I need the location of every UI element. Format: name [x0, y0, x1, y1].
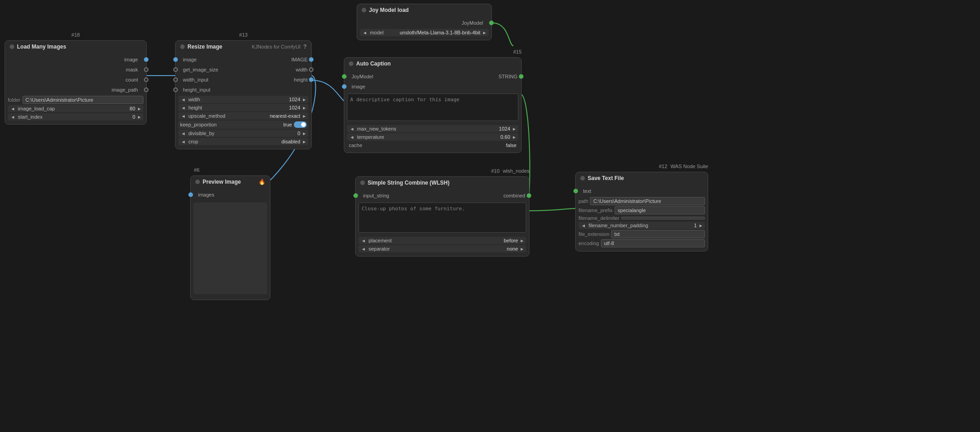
placement-label: placement: [369, 238, 502, 243]
cache-label: cache: [349, 142, 504, 148]
num-padding-ctrl[interactable]: ◄ filename_number_padding 1 ►: [578, 222, 705, 229]
num-padding-left[interactable]: ◄: [580, 223, 587, 228]
mask-out-label: mask: [9, 67, 138, 72]
max-tokens-value: 1024: [499, 126, 510, 131]
auto-string-label: STRING: [435, 74, 518, 79]
placement-ctrl[interactable]: ◄ placement before ►: [358, 237, 526, 244]
temp-value: 0.60: [501, 134, 510, 140]
ssc-textarea[interactable]: Close-up photos of some furniture.: [358, 202, 526, 233]
keep-proportion-label: keep_proportion: [180, 122, 281, 127]
height-ctrl[interactable]: ◄ height 1024 ►: [178, 104, 308, 111]
resize-dot: [180, 44, 185, 49]
preview-title: Preview Image: [203, 179, 256, 185]
stf-encoding-value[interactable]: utf-8: [601, 239, 705, 247]
resize-help[interactable]: ?: [303, 44, 307, 50]
stf-delimiter-row: filename_delimiter: [578, 215, 705, 221]
max-tokens-ctrl[interactable]: ◄ max_new_tokens 1024 ►: [347, 125, 518, 132]
width-left[interactable]: ◄: [180, 97, 187, 102]
auto-caption-header: Auto Caption: [344, 58, 521, 70]
temperature-ctrl[interactable]: ◄ temperature 0.60 ►: [347, 133, 518, 141]
temp-label: temperature: [357, 134, 499, 140]
separator-right[interactable]: ►: [520, 246, 524, 252]
crop-ctrl[interactable]: ◄ crop disabled ►: [178, 138, 308, 145]
ssc-combined-port: [527, 193, 531, 198]
image-load-cap-left[interactable]: ◄: [10, 106, 16, 111]
upscale-method-ctrl[interactable]: ◄ upscale_method nearest-exact ►: [178, 112, 308, 120]
count-output-row: count: [5, 75, 146, 85]
temp-left[interactable]: ◄: [349, 135, 355, 140]
ssc-badge: #10 wlsh_nodes: [491, 168, 529, 174]
resize-width-in-row: width_input height: [176, 75, 311, 85]
div-value: 0: [297, 131, 300, 136]
model-label: model: [370, 30, 398, 35]
auto-image-port: [342, 84, 347, 89]
folder-value[interactable]: C:\Users\Administrator\Picture: [22, 96, 143, 104]
div-label: divisible_by: [188, 131, 296, 136]
max-tokens-left[interactable]: ◄: [349, 126, 355, 131]
cache-value: false: [506, 142, 517, 148]
stf-path-value[interactable]: C:\Users\Administrator\Picture: [590, 197, 705, 205]
resize-image-node: Resize Image KJNodes for ComfyUI ? image…: [175, 40, 312, 149]
preview-badge: #6: [194, 167, 199, 173]
resize-get-size-row: get_image_size width: [176, 65, 311, 75]
load-many-images-node: Load Many Images image mask count image_…: [5, 40, 147, 125]
stf-prefix-value[interactable]: specialangle: [615, 206, 705, 214]
num-padding-right[interactable]: ►: [699, 223, 703, 228]
resize-height-in-label: height_input: [183, 87, 308, 93]
mask-out-port: [144, 67, 149, 72]
upscale-right[interactable]: ►: [302, 114, 307, 119]
start-index-ctrl[interactable]: ◄ start_index 0 ►: [8, 113, 143, 120]
stf-prefix-label: filename_prefix: [578, 208, 613, 213]
resize-title: Resize Image: [187, 44, 249, 50]
joy-model-load-title: Joy Model load: [369, 7, 487, 13]
joy-model-load-dot: [362, 8, 366, 12]
cache-row: cache false: [347, 142, 518, 149]
temp-right[interactable]: ►: [512, 135, 517, 140]
resize-width-in-label: width_input: [183, 77, 244, 82]
image-load-cap-right[interactable]: ►: [137, 106, 142, 111]
ssc-dot: [360, 180, 365, 185]
crop-left[interactable]: ◄: [180, 139, 187, 144]
start-index-left[interactable]: ◄: [10, 115, 16, 120]
image-out-port: [144, 57, 149, 62]
resize-height-in-port: [173, 87, 178, 92]
upscale-left[interactable]: ◄: [180, 114, 187, 119]
stf-text-port: [573, 189, 578, 193]
stf-title: Save Text File: [588, 175, 703, 181]
stf-delimiter-value[interactable]: [621, 217, 705, 219]
auto-caption-title: Auto Caption: [356, 60, 517, 67]
placement-left[interactable]: ◄: [360, 238, 367, 243]
height-left[interactable]: ◄: [180, 105, 187, 110]
image-load-cap-ctrl[interactable]: ◄ image_load_cap 80 ►: [8, 105, 143, 112]
width-right[interactable]: ►: [302, 97, 307, 102]
div-right[interactable]: ►: [302, 131, 307, 136]
resize-width-label: width: [246, 67, 308, 72]
model-right-arrow[interactable]: ►: [482, 30, 487, 35]
divisible-by-ctrl[interactable]: ◄ divisible_by 0 ►: [178, 130, 308, 137]
height-right[interactable]: ►: [302, 105, 307, 110]
model-left-arrow[interactable]: ◄: [362, 30, 368, 35]
keep-proportion-toggle[interactable]: [294, 121, 307, 128]
preview-images-label: images: [198, 192, 266, 197]
ssc-input-row: input_string combined: [356, 191, 529, 201]
separator-left[interactable]: ◄: [360, 246, 367, 252]
width-ctrl[interactable]: ◄ width 1024 ►: [178, 96, 308, 103]
model-ctrl-row[interactable]: ◄ model unsloth/Meta-Llama-3.1-8B-bnb-4b…: [360, 29, 489, 36]
count-out-port: [144, 77, 149, 82]
div-left[interactable]: ◄: [180, 131, 187, 136]
width-ctrl-value: 1024: [289, 97, 300, 102]
placement-right[interactable]: ►: [520, 238, 524, 243]
preview-emoji: 🔥: [259, 179, 265, 185]
num-padding-value: 1: [694, 223, 697, 228]
upscale-value: nearest-exact: [270, 113, 300, 119]
max-tokens-right[interactable]: ►: [512, 126, 517, 131]
crop-right[interactable]: ►: [302, 139, 307, 144]
keep-proportion-ctrl[interactable]: keep_proportion true: [178, 120, 308, 129]
auto-caption-textarea[interactable]: A descriptive caption for this image: [347, 93, 518, 121]
separator-ctrl[interactable]: ◄ separator none ►: [358, 245, 526, 252]
stf-ext-value[interactable]: txt: [611, 230, 705, 238]
start-index-right[interactable]: ►: [137, 115, 142, 120]
joy-model-load-node: Joy Model load JoyModel ◄ model unsloth/…: [357, 4, 492, 40]
image-load-cap-value: 80: [130, 106, 135, 111]
resize-image-in-port: [173, 57, 178, 62]
